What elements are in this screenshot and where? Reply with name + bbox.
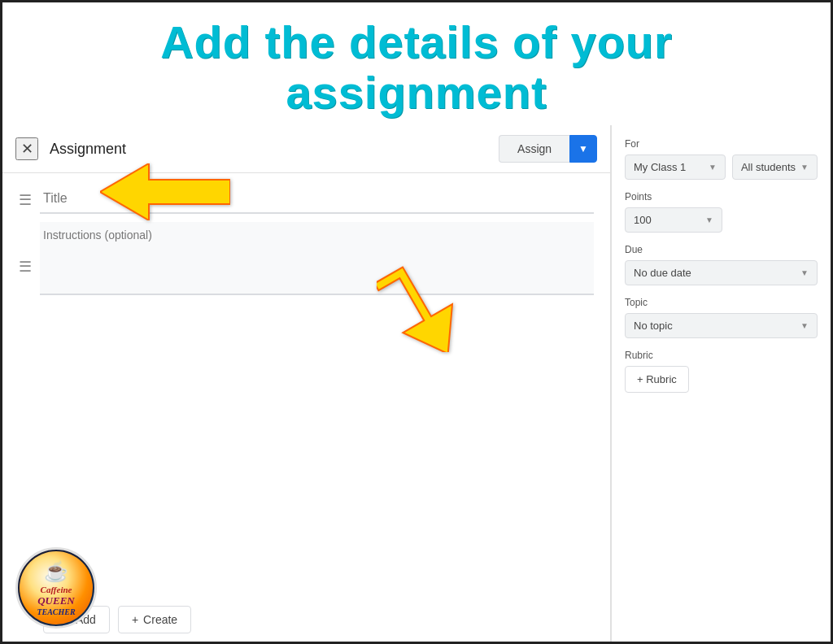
topic-select[interactable]: No topic ▼ bbox=[625, 313, 818, 338]
action-buttons: 📎 Add + Create bbox=[2, 598, 610, 642]
points-select[interactable]: 100 ▼ bbox=[625, 207, 722, 233]
left-panel: ✕ Assignment Assign ▼ ☰ ☰ bbox=[2, 125, 611, 642]
due-select-arrow: ▼ bbox=[800, 268, 809, 277]
close-button[interactable]: ✕ bbox=[15, 137, 38, 160]
due-select[interactable]: No due date ▼ bbox=[625, 260, 818, 285]
assign-dropdown-button[interactable]: ▼ bbox=[569, 135, 597, 163]
page-title: Add the details of your assignment bbox=[11, 17, 822, 117]
main-area: ✕ Assignment Assign ▼ ☰ ☰ bbox=[2, 125, 831, 642]
header-area: Add the details of your assignment bbox=[2, 2, 831, 125]
rubric-label: Rubric bbox=[625, 350, 818, 361]
create-button[interactable]: + Create bbox=[118, 606, 191, 633]
due-field-group: Due No due date ▼ bbox=[625, 244, 818, 285]
students-select-arrow: ▼ bbox=[800, 163, 809, 172]
logo-text: ☕ Caffeine QUEEN TEACHER bbox=[37, 560, 75, 616]
for-label: For bbox=[625, 138, 818, 150]
due-label: Due bbox=[625, 244, 818, 255]
cup-icon: ☕ bbox=[44, 560, 68, 583]
topic-select-arrow: ▼ bbox=[800, 321, 809, 330]
instructions-icon: ☰ bbox=[19, 258, 32, 276]
for-field-group: For My Class 1 ▼ All students ▼ bbox=[625, 138, 818, 180]
assign-button[interactable]: Assign bbox=[499, 135, 569, 163]
top-bar: ✕ Assignment Assign ▼ bbox=[2, 125, 610, 173]
class-select-arrow: ▼ bbox=[709, 163, 717, 172]
points-label: Points bbox=[625, 191, 818, 202]
top-bar-left: ✕ Assignment bbox=[15, 137, 126, 160]
instructions-textarea[interactable] bbox=[40, 222, 594, 295]
form-inner: ☰ ☰ bbox=[19, 185, 594, 295]
plus-icon: + bbox=[132, 613, 138, 626]
logo-badge: ☕ Caffeine QUEEN TEACHER bbox=[15, 547, 97, 629]
form-icons: ☰ ☰ bbox=[19, 185, 32, 276]
topic-field-group: Topic No topic ▼ bbox=[625, 297, 818, 338]
points-select-arrow: ▼ bbox=[705, 215, 713, 224]
logo-caffeine-text: Caffeine bbox=[41, 585, 72, 594]
logo-queen-text: QUEEN bbox=[37, 594, 75, 607]
add-rubric-button[interactable]: + Rubric bbox=[625, 366, 689, 393]
page-wrapper: Add the details of your assignment ✕ Ass… bbox=[2, 2, 831, 642]
form-fields bbox=[40, 185, 594, 295]
for-select-row: My Class 1 ▼ All students ▼ bbox=[625, 154, 818, 180]
rubric-field-group: Rubric + Rubric bbox=[625, 350, 818, 393]
assign-btn-group: Assign ▼ bbox=[499, 135, 597, 163]
topic-label: Topic bbox=[625, 297, 818, 308]
points-field-group: Points 100 ▼ bbox=[625, 191, 818, 233]
class-select[interactable]: My Class 1 ▼ bbox=[625, 154, 726, 180]
title-icon: ☰ bbox=[19, 191, 32, 209]
logo-circle: ☕ Caffeine QUEEN TEACHER bbox=[20, 551, 93, 624]
students-select[interactable]: All students ▼ bbox=[732, 154, 818, 180]
right-panel: For My Class 1 ▼ All students ▼ Points 1… bbox=[611, 125, 831, 642]
title-input[interactable] bbox=[40, 185, 594, 214]
form-area: ☰ ☰ bbox=[2, 173, 610, 598]
assignment-type-label: Assignment bbox=[50, 141, 126, 158]
logo-teacher-text: TEACHER bbox=[37, 607, 75, 616]
